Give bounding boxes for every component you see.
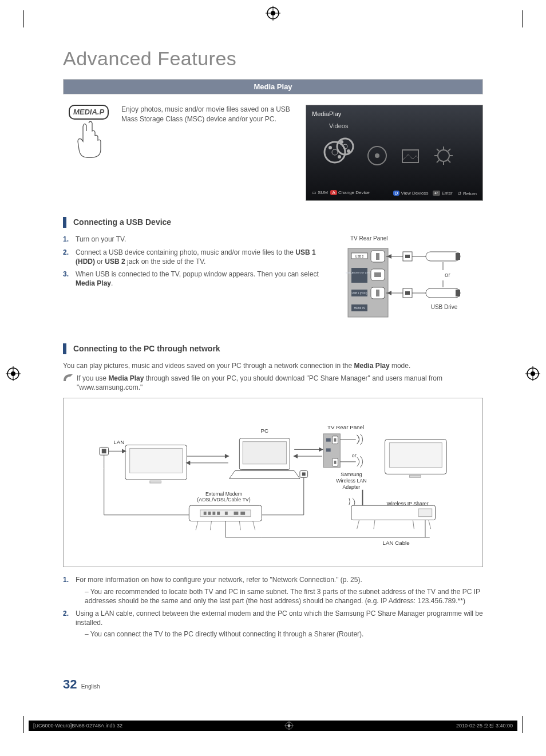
step-item: Using a LAN cable, connect between the e… [63,609,483,639]
d-button-icon: D [393,191,400,196]
svg-text:TV Rear Panel: TV Rear Panel [327,425,364,431]
note-text: If you use Media Play through saved file… [77,374,483,392]
svg-rect-105 [410,476,421,478]
svg-rect-52 [405,255,410,258]
network-diagram: LAN PC TV Rear Panel or Samsung Wireless… [63,398,483,567]
svg-point-139 [288,725,291,727]
svg-text:Wireless LAN: Wireless LAN [336,478,366,484]
step-item: Connect a USB device containing photo, m… [63,248,334,266]
registration-mark-icon [284,721,294,730]
svg-point-7 [11,371,15,376]
svg-line-129 [413,520,414,529]
svg-rect-54 [405,291,410,295]
usb-icon: ▭ [312,190,316,195]
page: Advanced Features Media Play MEDIA.P Enj… [0,0,546,756]
svg-rect-97 [334,438,337,442]
crop-mark [522,716,523,733]
print-date: 2010-02-25 오전 3:40:00 [456,722,513,729]
svg-line-110 [210,521,211,531]
hand-icon [72,118,106,159]
page-title: Advanced Features [63,46,483,72]
svg-text:External Modem: External Modem [205,491,242,497]
svg-rect-119 [234,512,239,515]
mediaplay-screenshot: MediaPlay Videos [306,105,483,201]
svg-point-3 [271,11,275,15]
svg-text:Adapter: Adapter [342,484,360,490]
svg-marker-85 [225,454,230,459]
svg-rect-95 [326,438,331,442]
mediaplay-subtitle: Videos [329,122,477,130]
svg-point-21 [375,153,379,158]
svg-line-109 [196,521,198,531]
svg-text:LAN: LAN [113,439,124,445]
svg-rect-120 [240,512,245,515]
svg-rect-81 [150,481,161,484]
return-icon: ↺ [457,190,462,197]
print-file: [UC6000-Weuro]BN68-02748A.indb 32 [33,722,122,729]
print-strip: [UC6000-Weuro]BN68-02748A.indb 32 2010-0… [29,721,517,731]
svg-line-112 [253,521,255,531]
svg-rect-116 [212,512,215,515]
svg-rect-40 [374,272,381,277]
note-icon [63,374,73,392]
svg-point-23 [438,150,449,161]
svg-point-12 [325,142,345,163]
photos-icon [399,144,422,167]
svg-rect-57 [456,253,460,260]
usb-heading: Connecting a USB Device [63,217,483,228]
svg-line-29 [448,160,450,163]
svg-rect-117 [217,512,220,515]
usb-steps: Turn on your TV. Connect a USB device co… [63,235,334,288]
registration-mark-icon [266,6,280,21]
enter-icon: ↵ [433,191,440,196]
svg-text:USB 1 (HDD): USB 1 (HDD) [351,292,367,295]
mediaplay-footer-left: ▭ SUM A Change Device [312,190,370,197]
svg-text:(ADSL/VDSL/Cable TV): (ADSL/VDSL/Cable TV) [197,497,250,503]
svg-marker-91 [319,448,323,452]
svg-text:or: or [352,453,357,459]
svg-line-30 [448,149,450,151]
step-item: For more information on how to configure… [63,575,483,605]
svg-rect-56 [426,252,460,261]
crop-mark [23,10,24,27]
page-number: 32 [63,677,77,691]
substep: You can connect the TV to the PC directl… [85,630,483,639]
svg-marker-93 [293,454,298,459]
mediaplay-title: MediaPlay [312,110,477,118]
intro-text: Enjoy photos, music and/or movie files s… [121,105,296,201]
videos-icon [323,135,355,167]
crop-mark [23,716,24,733]
svg-line-128 [374,520,375,529]
svg-rect-98 [326,449,331,452]
svg-rect-80 [130,449,183,473]
page-language: English [81,683,100,690]
intro: MEDIA.P Enjoy photos, music and/or movie… [63,105,296,201]
svg-text:USB 2: USB 2 [355,255,364,258]
svg-line-130 [429,520,431,529]
svg-text:LAN Cable: LAN Cable [382,540,409,546]
rear-panel-diagram: TV Rear Panel USB 2 DIGITAL AUDIO OUT (O… [346,235,483,327]
svg-line-111 [239,521,240,531]
remote-button-label: MEDIA.P [69,105,109,120]
svg-rect-131 [418,509,432,517]
svg-rect-89 [243,442,286,464]
page-footer: 32 English [63,676,100,693]
section-header: Media Play [63,79,483,95]
svg-text:HDMI IN: HDMI IN [354,306,365,310]
svg-line-28 [437,149,439,151]
svg-rect-59 [426,288,460,298]
svg-rect-104 [389,443,442,468]
svg-rect-36 [376,253,379,260]
svg-rect-115 [208,512,211,515]
svg-rect-100 [334,461,337,464]
mediaplay-footer-right: D View Devices ↵ Enter ↺ Return [393,190,477,197]
rear-panel-label: TV Rear Panel [350,235,483,243]
svg-line-31 [437,160,439,163]
registration-mark-icon [525,366,540,381]
svg-point-11 [531,371,535,376]
step-item: Turn on your TV. [63,235,334,244]
crop-mark [522,10,523,27]
svg-rect-77 [102,449,106,454]
svg-text:PC: PC [261,428,269,434]
svg-rect-114 [204,512,207,515]
